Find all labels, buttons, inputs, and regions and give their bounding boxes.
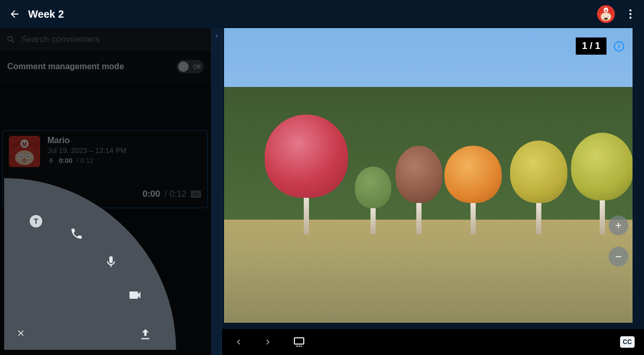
minus-icon [614,252,623,261]
search-row [0,28,211,51]
svg-point-14 [27,156,29,157]
microphone-icon [104,255,118,269]
clip-current-time: 0:00 [59,157,72,164]
radial-menu: T [4,178,176,350]
svg-point-13 [20,156,21,157]
page-title: Week 2 [28,8,597,20]
voice-comment-button[interactable] [102,253,120,271]
text-comment-button[interactable]: T [27,212,45,230]
comment-management-label: Comment management mode [7,62,177,71]
svg-point-6 [604,18,608,20]
info-button[interactable]: i [614,41,624,52]
phone-icon [70,227,83,240]
media-viewer: 1 / 1 i [222,28,644,355]
plus-icon [614,221,623,230]
upload-icon [139,328,152,341]
close-icon [16,328,26,338]
svg-point-5 [608,16,609,17]
zoom-in-button[interactable] [609,215,628,235]
prev-button[interactable] [231,335,246,349]
sidebar-collapse-handle[interactable] [212,28,222,355]
chevron-left-icon [233,337,244,347]
comment-author: Mario [47,136,127,145]
filmstrip-icon [293,337,305,347]
comment-management-toggle[interactable]: Off [177,60,204,73]
photo-content [224,28,633,323]
filmstrip-button[interactable] [292,335,306,349]
chevron-left-icon [214,32,219,40]
svg-text:M: M [22,141,27,147]
page-indicator: 1 / 1 [576,37,606,55]
sidebar: Comment management mode Off M Mario Jul … [0,28,212,355]
microphone-icon [47,157,55,164]
video-icon [128,288,142,302]
svg-point-4 [603,16,604,17]
zoom-out-button[interactable] [609,247,628,267]
radial-close-button[interactable] [15,327,27,339]
search-input[interactable] [21,34,205,45]
viewer-footer: CC [222,329,644,355]
next-button[interactable] [261,335,275,349]
media-canvas[interactable] [224,28,633,323]
cc-badge[interactable]: CC [191,191,201,198]
svg-text:M: M [605,9,608,12]
chevron-right-icon [263,337,273,347]
video-comment-button[interactable] [126,286,144,304]
search-icon [6,35,16,44]
closed-captions-button[interactable]: CC [620,336,635,348]
clip-total-time: 0:12 [80,157,93,164]
svg-point-10 [15,150,34,165]
svg-rect-18 [294,338,304,344]
back-button[interactable] [7,7,22,21]
svg-point-20 [299,346,300,347]
upload-button[interactable] [137,326,154,344]
svg-point-15 [22,158,27,162]
phone-button[interactable] [68,225,85,243]
svg-point-19 [296,346,298,347]
user-avatar[interactable]: M [597,5,615,23]
svg-point-21 [301,346,302,347]
more-menu-button[interactable] [624,8,637,20]
comment-management-row: Comment management mode Off [0,51,211,82]
comment-avatar: M [9,136,40,167]
comment-timestamp: Jul 19, 2023 – 12:14 PM [47,146,127,155]
